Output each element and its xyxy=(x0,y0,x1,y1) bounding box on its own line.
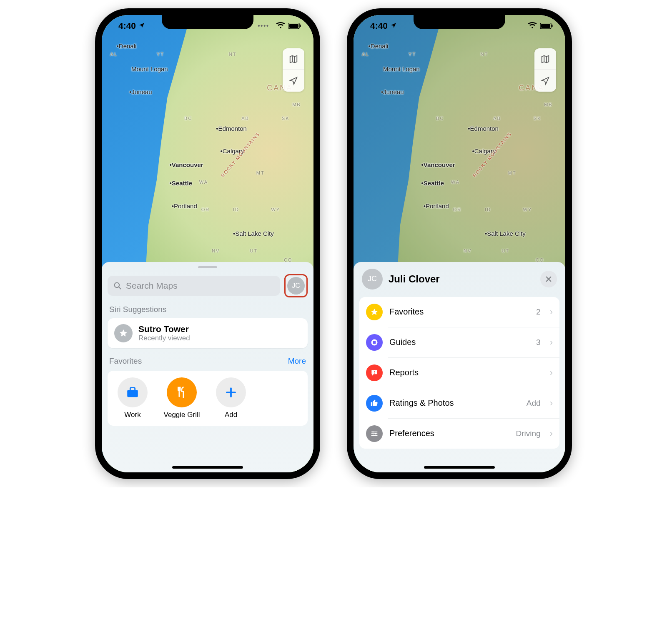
chevron-right-icon: › xyxy=(550,367,553,378)
plus-icon xyxy=(216,377,246,407)
map-city-label[interactable]: •Edmonton xyxy=(468,125,499,132)
locate-me-button[interactable] xyxy=(534,70,556,92)
wifi-icon xyxy=(276,21,285,31)
battery-icon xyxy=(288,21,301,31)
locate-me-button[interactable] xyxy=(283,70,304,92)
search-placeholder: Search Maps xyxy=(126,281,178,291)
menu-trail: Driving xyxy=(516,429,541,438)
svg-point-14 xyxy=(372,431,374,432)
favorites-row[interactable]: Work Veggie Grill Add xyxy=(108,371,308,426)
map-region-label: AB xyxy=(493,116,501,121)
map-city-label[interactable]: •Salt Lake City xyxy=(233,230,274,237)
svg-rect-8 xyxy=(541,24,550,28)
menu-label: Ratings & Photos xyxy=(389,398,520,408)
map-region-label: WY xyxy=(523,207,532,212)
map-city-label[interactable]: •Juneau xyxy=(129,88,152,95)
map-city-label[interactable]: •Seattle xyxy=(170,180,192,187)
map-region-label: WY xyxy=(271,207,280,212)
home-indicator[interactable] xyxy=(424,466,495,469)
chevron-right-icon: › xyxy=(550,398,553,409)
map-controls xyxy=(534,48,556,92)
map-city-label[interactable]: •Vancouver xyxy=(421,161,455,168)
map-region-label: SK xyxy=(282,116,290,121)
search-input[interactable]: Search Maps xyxy=(108,276,280,296)
menu-trail: 3 xyxy=(536,338,541,347)
favorite-veggie-grill[interactable]: Veggie Grill xyxy=(161,377,203,419)
profile-name: Juli Clover xyxy=(389,273,534,285)
svg-line-4 xyxy=(119,287,121,289)
wifi-icon xyxy=(528,21,537,31)
star-icon xyxy=(114,324,133,342)
map-city-label[interactable]: Mount Logan xyxy=(131,65,168,72)
menu-reports[interactable]: Reports › xyxy=(359,358,559,388)
profile-menu: Favorites 2 › Guides 3 › xyxy=(359,297,559,449)
map-city-label[interactable]: •Seattle xyxy=(421,180,444,187)
siri-suggestions-label: Siri Suggestions xyxy=(109,305,306,314)
search-sheet[interactable]: Search Maps JC Siri Suggestions Sutro To… xyxy=(102,262,313,472)
map-region-label: BC xyxy=(436,116,444,121)
menu-preferences[interactable]: Preferences Driving › xyxy=(359,419,559,449)
map-region-label: OR xyxy=(453,207,462,212)
phone-right: 4:40 •DenaliMount Logan•JuneauCANA•Edmon… xyxy=(347,8,572,479)
close-button[interactable] xyxy=(540,271,557,287)
map-region-label: YT xyxy=(409,52,416,57)
map-city-label[interactable]: •Portland xyxy=(424,202,449,210)
notch xyxy=(162,15,253,29)
home-indicator[interactable] xyxy=(172,466,243,469)
svg-point-16 xyxy=(373,434,374,436)
chevron-right-icon: › xyxy=(550,428,553,439)
svg-rect-2 xyxy=(300,25,301,27)
status-time: 4:40 xyxy=(370,21,388,31)
menu-favorites[interactable]: Favorites 2 › xyxy=(359,297,559,327)
map-city-label[interactable]: •Salt Lake City xyxy=(485,230,526,237)
map-city-label[interactable]: •Juneau xyxy=(381,88,404,95)
map-city-label[interactable]: •Edmonton xyxy=(216,125,247,132)
map-city-label[interactable]: •Denali xyxy=(369,42,389,50)
notch xyxy=(414,15,505,29)
svg-rect-13 xyxy=(374,373,375,374)
map-region-label: AB xyxy=(241,116,249,121)
svg-rect-9 xyxy=(552,25,553,27)
profile-sheet[interactable]: JC Juli Clover Favorites 2 › xyxy=(354,262,565,472)
suggestion-title: Sutro Tower xyxy=(138,324,190,334)
map-region-label: WA xyxy=(451,180,460,185)
favorite-label: Work xyxy=(124,411,140,419)
map-controls xyxy=(283,48,304,92)
menu-trail: 2 xyxy=(536,307,541,317)
favorite-label: Veggie Grill xyxy=(164,411,200,419)
siri-suggestion-card[interactable]: Sutro Tower Recently viewed xyxy=(108,318,308,348)
favorite-add[interactable]: Add xyxy=(210,377,252,419)
favorite-work[interactable]: Work xyxy=(112,377,153,419)
favorites-more-button[interactable]: More xyxy=(288,357,306,366)
menu-label: Favorites xyxy=(389,307,529,317)
profile-button[interactable]: JC xyxy=(287,277,305,295)
svg-rect-1 xyxy=(289,24,298,28)
menu-guides[interactable]: Guides 3 › xyxy=(359,327,559,357)
search-icon xyxy=(113,282,122,290)
menu-label: Guides xyxy=(389,337,529,347)
map-region-label: AL xyxy=(362,52,369,57)
map-region-label: YT xyxy=(157,52,164,57)
status-time: 4:40 xyxy=(118,21,136,31)
map-region-label: WA xyxy=(199,180,208,185)
svg-rect-11 xyxy=(373,341,376,344)
map-region-label: NV xyxy=(464,248,471,253)
map-city-label[interactable]: •Vancouver xyxy=(170,161,203,168)
map-region-label: OR xyxy=(201,207,210,212)
map-mode-button[interactable] xyxy=(283,48,304,70)
sheet-grabber[interactable] xyxy=(198,266,217,268)
menu-ratings-photos[interactable]: Ratings & Photos Add › xyxy=(359,388,559,418)
page-dots: •••• xyxy=(258,22,269,29)
map-city-label[interactable]: Mount Logan xyxy=(383,65,420,72)
favorite-label: Add xyxy=(225,411,237,419)
map-city-label[interactable]: •Portland xyxy=(172,202,197,210)
screen-right: 4:40 •DenaliMount Logan•JuneauCANA•Edmon… xyxy=(354,15,565,472)
sliders-icon xyxy=(366,425,383,442)
map-region-label: MB xyxy=(292,102,301,107)
map-mode-button[interactable] xyxy=(534,48,556,70)
location-services-icon xyxy=(390,21,397,31)
avatar[interactable]: JC xyxy=(362,269,383,290)
map-city-label[interactable]: •Denali xyxy=(117,42,137,50)
suggestion-subtitle: Recently viewed xyxy=(138,334,190,342)
location-services-icon xyxy=(138,21,145,31)
